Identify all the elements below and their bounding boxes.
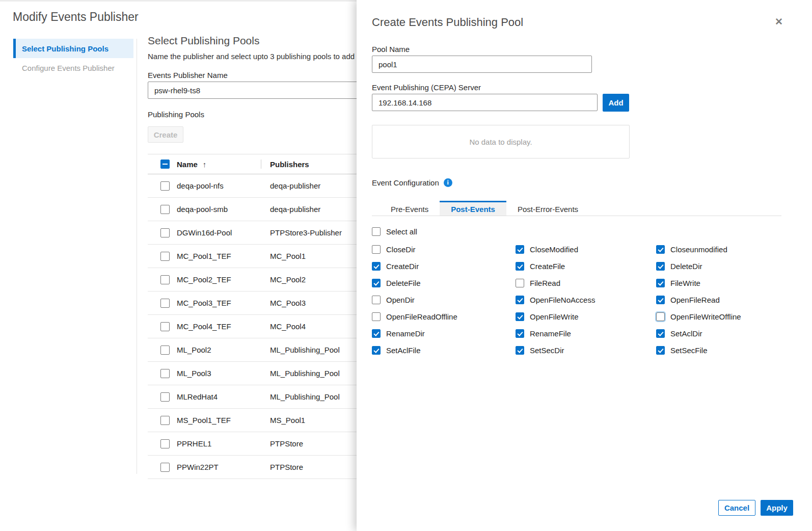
event-checkbox-item[interactable]: CreateDir: [372, 261, 516, 272]
row-checkbox[interactable]: [160, 299, 170, 308]
row-checkbox[interactable]: [160, 369, 170, 378]
event-checkbox[interactable]: [372, 262, 381, 271]
table-row[interactable]: PPRHEL1 PTPStore: [148, 432, 392, 456]
event-checkbox[interactable]: [516, 279, 524, 287]
event-checkbox-item[interactable]: OpenFileReadOffline: [372, 311, 516, 322]
event-checkbox[interactable]: [516, 312, 524, 321]
event-checkbox[interactable]: [372, 279, 381, 287]
row-checkbox[interactable]: [160, 346, 170, 355]
event-tab[interactable]: Post-Error-Events: [506, 201, 589, 216]
event-checkbox[interactable]: [372, 346, 381, 355]
sidebar-step-item[interactable]: Select Publishing Pools: [13, 39, 133, 58]
event-checkbox-item[interactable]: RenameFile: [516, 328, 656, 339]
event-tab[interactable]: Post-Events: [440, 201, 506, 216]
row-checkbox[interactable]: [160, 228, 170, 237]
row-checkbox[interactable]: [160, 275, 170, 284]
name-column-header[interactable]: Name: [177, 160, 198, 169]
table-row[interactable]: MC_Pool3_TEF MC_Pool3: [148, 291, 392, 315]
event-checkbox-item[interactable]: OpenFileNoAccess: [516, 295, 656, 305]
event-checkbox[interactable]: [516, 296, 524, 304]
table-row[interactable]: MC_Pool2_TEF MC_Pool2: [148, 268, 392, 291]
select-all-events-checkbox[interactable]: [372, 227, 381, 236]
table-row[interactable]: ML_Pool2 ML_Publishing_Pool: [148, 338, 392, 362]
publishers-column-header[interactable]: Publishers: [270, 160, 309, 169]
apply-button[interactable]: Apply: [761, 500, 793, 516]
pool-name-cell: MC_Pool2_TEF: [177, 275, 231, 284]
table-row[interactable]: ML_Pool3 ML_Publishing_Pool: [148, 362, 392, 385]
event-checkbox-item[interactable]: RenameDir: [372, 328, 516, 339]
event-label: Closeunmodified: [670, 245, 727, 254]
create-pool-button[interactable]: Create: [148, 126, 183, 143]
pool-name-cell: deqa-pool-smb: [177, 205, 228, 214]
sidebar-step-item[interactable]: Configure Events Publisher: [13, 58, 133, 77]
event-tab[interactable]: Pre-Events: [380, 201, 440, 216]
table-row[interactable]: MC_Pool4_TEF MC_Pool4: [148, 315, 392, 338]
event-checkbox-item[interactable]: OpenFileWriteOffline: [656, 311, 784, 322]
event-checkbox[interactable]: [656, 279, 665, 287]
event-checkbox-item[interactable]: CloseDir: [372, 244, 516, 255]
tabs-underline: [372, 216, 781, 216]
add-server-button[interactable]: Add: [603, 94, 629, 112]
event-checkbox[interactable]: [516, 245, 524, 254]
cepa-server-input[interactable]: [372, 94, 598, 111]
row-checkbox[interactable]: [160, 416, 170, 425]
event-checkbox[interactable]: [516, 262, 524, 271]
info-icon[interactable]: i: [444, 178, 452, 187]
event-checkbox[interactable]: [656, 312, 665, 321]
event-checkbox-item[interactable]: CloseModified: [516, 244, 656, 255]
table-row[interactable]: PPWin22PT PTPStore: [148, 456, 392, 479]
event-checkbox-item[interactable]: OpenFileRead: [656, 295, 784, 305]
event-checkbox-item[interactable]: DeleteFile: [372, 278, 516, 288]
event-checkbox[interactable]: [656, 296, 665, 304]
event-checkbox-item[interactable]: SetSecDir: [516, 345, 656, 356]
table-row[interactable]: MC_Pool1_TEF MC_Pool1: [148, 245, 392, 268]
sort-ascending-icon[interactable]: ↑: [203, 160, 207, 169]
pool-name-input[interactable]: [372, 56, 592, 73]
event-checkbox[interactable]: [372, 245, 381, 254]
row-checkbox[interactable]: [160, 181, 170, 191]
event-checkbox[interactable]: [656, 329, 665, 338]
event-checkbox-item[interactable]: DeleteDir: [656, 261, 784, 272]
event-checkbox[interactable]: [372, 329, 381, 338]
select-all-events-label: Select all: [386, 227, 417, 236]
event-checkbox[interactable]: [656, 262, 665, 271]
event-checkbox[interactable]: [656, 346, 665, 355]
close-icon[interactable]: ✕: [775, 17, 783, 26]
event-checkbox-item[interactable]: CreateFile: [516, 261, 656, 272]
row-checkbox[interactable]: [160, 439, 170, 448]
select-all-rows-checkbox[interactable]: [160, 160, 170, 169]
event-checkbox[interactable]: [516, 329, 524, 338]
event-checkbox[interactable]: [372, 296, 381, 304]
table-row[interactable]: MS_Pool1_TEF MS_Pool1: [148, 409, 392, 432]
event-checkbox-item[interactable]: FileRead: [516, 278, 656, 288]
event-checkbox-item[interactable]: SetAclFile: [372, 345, 516, 356]
table-row[interactable]: MLRedHat4 ML_Publishing_Pool: [148, 385, 392, 409]
event-checkbox-item[interactable]: OpenFileWrite: [516, 311, 656, 322]
table-row[interactable]: deqa-pool-smb deqa-publisher: [148, 198, 392, 221]
row-checkbox[interactable]: [160, 205, 170, 214]
row-checkbox[interactable]: [160, 463, 170, 472]
table-row[interactable]: deqa-pool-nfs deqa-publisher: [148, 174, 392, 198]
cancel-button[interactable]: Cancel: [718, 500, 755, 516]
event-checkbox[interactable]: [656, 245, 665, 254]
event-checkbox-item[interactable]: OpenDir: [372, 295, 516, 305]
event-configuration-section: Event Configuration i: [372, 178, 452, 187]
event-checkbox-item[interactable]: SetAclDir: [656, 328, 784, 339]
pool-name-cell: DGWin16d-Pool: [177, 228, 232, 237]
sidebar-step-label: Configure Events Publisher: [22, 64, 115, 72]
row-checkbox[interactable]: [160, 252, 170, 261]
event-checkbox[interactable]: [372, 312, 381, 321]
event-checkbox-item[interactable]: SetSecFile: [656, 345, 784, 356]
event-label: DeleteFile: [386, 279, 421, 287]
column-resize-handle[interactable]: [261, 160, 261, 169]
events-publisher-name-input[interactable]: [148, 82, 391, 99]
row-checkbox[interactable]: [160, 322, 170, 331]
publisher-cell: MC_Pool3: [270, 299, 306, 307]
event-checkbox-item[interactable]: FileWrite: [656, 278, 784, 288]
row-checkbox[interactable]: [160, 392, 170, 402]
event-checkbox-item[interactable]: Closeunmodified: [656, 244, 784, 255]
table-row[interactable]: DGWin16d-Pool PTPStore3-Publisher: [148, 221, 392, 245]
select-all-events[interactable]: Select all: [372, 227, 417, 236]
event-checkbox[interactable]: [516, 346, 524, 355]
pool-name-cell: PPRHEL1: [177, 439, 211, 448]
